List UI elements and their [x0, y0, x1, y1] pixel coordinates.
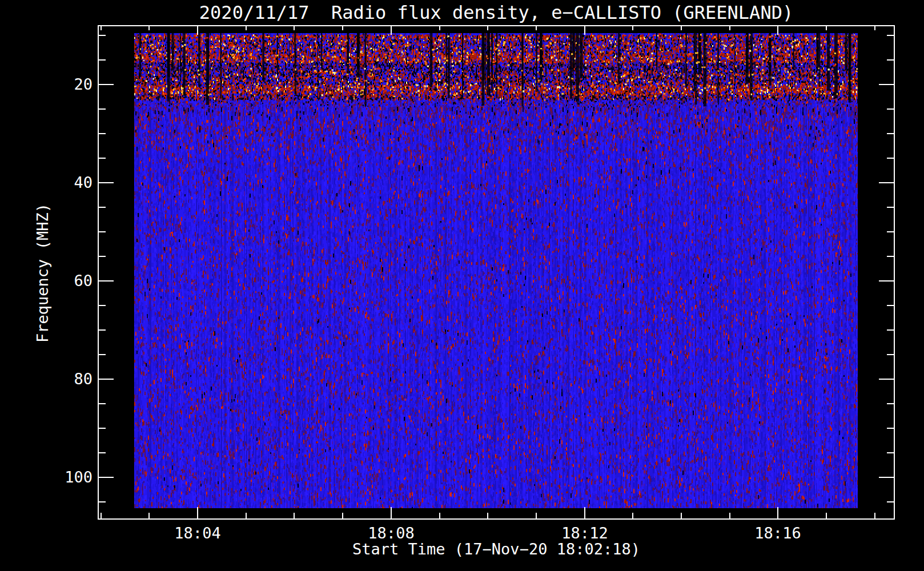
- x-tick-label: 18:16: [732, 524, 823, 542]
- tick-mark: [98, 379, 114, 380]
- x-tick-label: 18:04: [152, 524, 243, 542]
- tick-mark: [681, 25, 682, 30]
- tick-mark: [879, 379, 895, 380]
- tick-mark: [439, 513, 440, 518]
- tick-mark: [101, 513, 102, 518]
- tick-mark: [632, 25, 633, 30]
- tick-mark: [98, 305, 106, 306]
- tick-mark: [98, 452, 106, 453]
- tick-mark: [729, 513, 730, 518]
- tick-mark: [294, 25, 295, 30]
- tick-mark: [887, 354, 895, 355]
- x-tick-label: 18:12: [539, 524, 630, 542]
- tick-mark: [487, 25, 488, 30]
- tick-mark: [879, 280, 895, 282]
- tick-mark: [98, 329, 106, 331]
- tick-mark: [294, 513, 295, 518]
- tick-mark: [98, 231, 106, 232]
- tick-mark: [98, 84, 114, 85]
- tick-mark: [879, 182, 895, 183]
- y-tick-label: 100: [23, 468, 93, 486]
- tick-mark: [887, 207, 895, 208]
- tick-mark: [98, 35, 106, 36]
- tick-mark: [391, 25, 392, 35]
- tick-mark: [874, 25, 875, 30]
- tick-mark: [536, 513, 537, 518]
- tick-mark: [98, 133, 106, 134]
- tick-mark: [887, 501, 895, 502]
- tick-mark: [887, 305, 895, 306]
- tick-mark: [887, 108, 895, 110]
- tick-mark: [777, 507, 778, 518]
- tick-mark: [887, 256, 895, 257]
- plot-title: 2020/11/17 Radio flux density, e−CALLIST…: [98, 2, 895, 23]
- tick-mark: [148, 25, 150, 30]
- tick-mark: [887, 231, 895, 232]
- tick-mark: [879, 477, 895, 478]
- spectrogram-canvas: [134, 33, 858, 508]
- tick-mark: [887, 158, 895, 159]
- tick-mark: [729, 25, 730, 30]
- tick-mark: [879, 84, 895, 85]
- tick-mark: [101, 25, 102, 30]
- tick-mark: [826, 25, 827, 30]
- tick-mark: [342, 513, 343, 518]
- x-tick-label: 18:08: [346, 524, 437, 542]
- y-tick-label: 20: [23, 75, 93, 94]
- tick-mark: [98, 477, 114, 478]
- tick-mark: [98, 501, 106, 502]
- tick-mark: [98, 403, 106, 404]
- tick-mark: [98, 207, 106, 208]
- tick-mark: [584, 507, 585, 518]
- tick-mark: [246, 513, 247, 518]
- tick-mark: [246, 25, 247, 30]
- tick-mark: [98, 428, 106, 429]
- tick-mark: [887, 329, 895, 331]
- tick-mark: [98, 354, 106, 355]
- tick-mark: [487, 513, 488, 518]
- tick-mark: [584, 25, 585, 35]
- tick-mark: [874, 513, 875, 518]
- tick-mark: [197, 507, 198, 518]
- tick-mark: [197, 25, 198, 35]
- y-axis-title: Frequency (MHZ): [33, 130, 53, 416]
- tick-mark: [391, 507, 392, 518]
- tick-mark: [632, 513, 633, 518]
- tick-mark: [681, 513, 682, 518]
- tick-mark: [887, 35, 895, 36]
- x-axis-title: Start Time (17−Nov−20 18:02:18): [98, 540, 895, 558]
- tick-mark: [777, 25, 778, 35]
- tick-mark: [98, 256, 106, 257]
- tick-mark: [98, 158, 106, 159]
- tick-mark: [887, 59, 895, 61]
- tick-mark: [98, 59, 106, 61]
- tick-mark: [826, 513, 827, 518]
- tick-mark: [98, 182, 114, 183]
- tick-mark: [439, 25, 440, 30]
- tick-mark: [342, 25, 343, 30]
- spectrogram-app: 2020/11/17 Radio flux density, e−CALLIST…: [0, 0, 924, 571]
- tick-mark: [887, 133, 895, 134]
- tick-mark: [98, 108, 106, 110]
- tick-mark: [887, 428, 895, 429]
- tick-mark: [887, 452, 895, 453]
- tick-mark: [887, 403, 895, 404]
- tick-mark: [536, 25, 537, 30]
- tick-mark: [148, 513, 150, 518]
- tick-mark: [98, 280, 114, 282]
